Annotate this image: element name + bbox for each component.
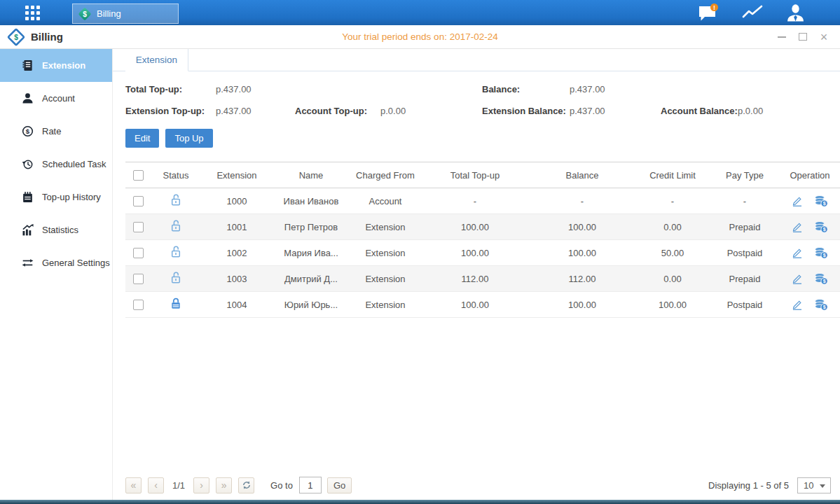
top-up-button[interactable]: Top Up	[165, 129, 212, 148]
cell-name: Мария Ива...	[273, 240, 350, 266]
status-unlocked-icon[interactable]	[170, 193, 182, 206]
topup-extension-icon[interactable]: $	[814, 299, 828, 311]
window-body: Extension Account $ Rate Scheduled Task …	[0, 49, 840, 500]
cell-total-topup: 100.00	[421, 292, 529, 318]
row-checkbox[interactable]	[133, 222, 144, 232]
edit-extension-icon[interactable]	[792, 221, 803, 233]
previous-page-icon[interactable]	[148, 477, 164, 493]
ledger-icon	[21, 59, 34, 72]
sliders-icon	[21, 257, 34, 270]
tab-extension[interactable]: Extension	[125, 49, 188, 71]
cell-pay-type: Prepaid	[710, 266, 780, 292]
billing-window-icon	[7, 27, 25, 46]
cell-pay-type: -	[710, 188, 780, 214]
bar-chart-icon	[21, 224, 34, 237]
cell-extension: 1001	[201, 214, 273, 240]
person-icon	[21, 92, 34, 105]
cell-total-topup: 100.00	[421, 240, 529, 266]
edit-button[interactable]: Edit	[125, 129, 159, 148]
notebook-icon	[21, 191, 34, 204]
cell-charged-from: Account	[350, 188, 421, 214]
sidebar-item-label: General Settings	[42, 258, 110, 268]
table-row: 1003 Дмитрий Д... Extension 112.00 112.0…	[125, 266, 840, 292]
cell-charged-from: Extension	[350, 240, 421, 266]
status-unlocked-icon[interactable]	[170, 219, 182, 232]
row-checkbox[interactable]	[133, 274, 144, 284]
topbar-status-icons: !	[698, 4, 805, 22]
cell-balance: 100.00	[529, 292, 635, 318]
goto-page-input[interactable]	[299, 477, 322, 493]
messages-icon[interactable]: !	[698, 4, 719, 22]
topup-extension-icon[interactable]: $	[814, 247, 828, 259]
next-page-icon[interactable]	[193, 477, 209, 493]
app-menu-icon[interactable]	[25, 6, 40, 20]
row-checkbox[interactable]	[133, 248, 144, 258]
sidebar-item-statistics[interactable]: Statistics	[0, 214, 112, 246]
taskbar-billing-tab[interactable]: Billing	[72, 4, 179, 24]
cell-pay-type: Postpaid	[710, 292, 780, 318]
operation-icons: $	[780, 299, 839, 311]
table-row: 1000 Иван Иванов Account - - - -	[125, 188, 840, 214]
row-checkbox[interactable]	[133, 300, 144, 310]
sidebar-item-extension[interactable]: Extension	[0, 49, 112, 82]
status-unlocked-icon[interactable]	[170, 271, 182, 284]
minimize-icon[interactable]	[777, 32, 787, 42]
sidebar-item-label: Rate	[42, 126, 61, 136]
go-button[interactable]: Go	[327, 477, 352, 493]
sidebar-item-label: Top-up History	[42, 192, 101, 202]
cell-pay-type: Prepaid	[710, 214, 780, 240]
table-row: 1001 Петр Петров Extension 100.00 100.00…	[125, 214, 840, 240]
displaying-text: Displaying 1 - 5 of 5	[708, 480, 789, 491]
window-controls	[777, 32, 829, 42]
balance-value: p.437.00	[570, 84, 605, 94]
action-buttons: Edit Top Up	[125, 129, 840, 148]
last-page-icon[interactable]	[216, 477, 232, 493]
maximize-icon[interactable]	[798, 32, 808, 42]
topup-extension-icon[interactable]: $	[814, 273, 828, 285]
sidebar-item-topup-history[interactable]: Top-up History	[0, 181, 112, 214]
status-locked-icon[interactable]	[170, 297, 182, 310]
refresh-icon[interactable]	[238, 477, 254, 493]
balance-summary: Total Top-up: p.437.00 Balance: p.437.00…	[113, 71, 840, 125]
cell-name: Юрий Юрь...	[273, 292, 350, 318]
cell-name: Петр Петров	[273, 214, 350, 240]
close-icon[interactable]	[819, 32, 829, 42]
sidebar-item-rate[interactable]: $ Rate	[0, 115, 112, 148]
first-page-icon[interactable]	[125, 477, 142, 493]
clock-history-icon	[21, 158, 34, 171]
cell-credit-limit: 0.00	[635, 266, 710, 292]
cell-extension: 1002	[201, 240, 273, 266]
operation-icons: $	[780, 247, 839, 259]
sidebar-item-general-settings[interactable]: General Settings	[0, 246, 112, 279]
table-row: 1004 Юрий Юрь... Extension 100.00 100.00…	[125, 292, 840, 318]
topup-extension-icon[interactable]: $	[814, 221, 828, 233]
cell-extension: 1003	[201, 266, 273, 292]
sidebar-item-account[interactable]: Account	[0, 82, 112, 115]
cell-total-topup: 100.00	[421, 214, 529, 240]
account-topup-value: p.0.00	[380, 106, 406, 116]
window-title-group: Billing	[8, 29, 63, 45]
total-topup-label: Total Top-up:	[125, 84, 182, 94]
cell-charged-from: Extension	[350, 292, 421, 318]
table-row: 1002 Мария Ива... Extension 100.00 100.0…	[125, 240, 840, 266]
select-all-checkbox[interactable]	[133, 170, 144, 181]
extension-topup-label: Extension Top-up:	[125, 106, 205, 116]
cell-name: Иван Иванов	[273, 188, 350, 214]
status-unlocked-icon[interactable]	[170, 245, 182, 258]
operation-icons: $	[780, 195, 839, 207]
svg-text:$: $	[823, 201, 826, 206]
edit-extension-icon[interactable]	[792, 247, 803, 259]
sidebar-item-scheduled-task[interactable]: Scheduled Task	[0, 148, 112, 181]
topup-extension-icon[interactable]: $	[814, 195, 828, 207]
pagination-right: Displaying 1 - 5 of 5 10	[708, 477, 831, 493]
edit-extension-icon[interactable]	[792, 195, 803, 207]
page-size-select[interactable]: 10	[797, 477, 831, 493]
select-all-header	[125, 162, 151, 188]
user-account-icon[interactable]	[786, 4, 805, 22]
operation-icons: $	[780, 221, 839, 233]
cell-extension: 1000	[201, 188, 273, 214]
edit-extension-icon[interactable]	[792, 273, 803, 285]
statistics-chart-icon[interactable]	[742, 4, 763, 21]
row-checkbox[interactable]	[133, 196, 144, 206]
edit-extension-icon[interactable]	[792, 299, 803, 311]
